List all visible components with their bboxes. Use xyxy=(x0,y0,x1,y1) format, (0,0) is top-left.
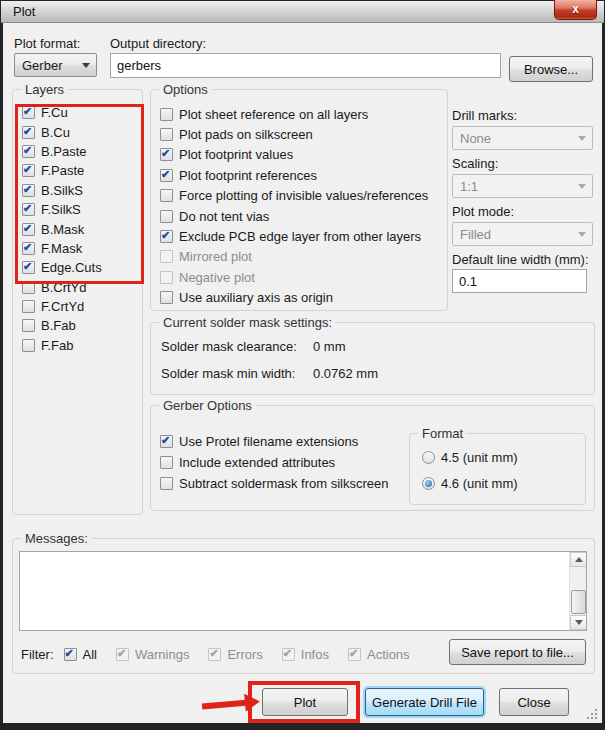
checkbox-icon[interactable] xyxy=(160,169,173,182)
layer-checkbox-row[interactable]: F.SilkS xyxy=(13,200,142,219)
option-label: Plot footprint values xyxy=(179,147,293,162)
checkbox-icon[interactable] xyxy=(22,184,35,197)
close-button[interactable]: Close xyxy=(499,688,569,716)
checkbox-icon[interactable] xyxy=(22,261,35,274)
options-group-title: Options xyxy=(159,82,212,97)
close-icon[interactable]: x xyxy=(554,0,597,20)
option-checkbox-row[interactable]: Plot pads on silkscreen xyxy=(151,124,447,144)
plot-format-label: Plot format: xyxy=(14,36,80,51)
plot-dialog-window: Plot x Plot format: Gerber Output direct… xyxy=(0,0,605,730)
chevron-down-icon xyxy=(82,63,90,68)
layers-group-title: Layers xyxy=(21,82,68,97)
resize-grip[interactable] xyxy=(586,708,597,719)
layer-checkbox-row[interactable]: F.Paste xyxy=(13,161,142,180)
checkbox-icon[interactable] xyxy=(160,435,173,448)
checkbox-icon[interactable] xyxy=(160,189,173,202)
radio-icon[interactable] xyxy=(422,477,435,490)
checkbox-icon[interactable] xyxy=(22,242,35,255)
save-report-button[interactable]: Save report to file... xyxy=(449,639,586,665)
gerber-option-label: Include extended attributes xyxy=(179,455,335,470)
layer-checkbox-row[interactable]: B.Mask xyxy=(13,219,142,238)
checkbox-icon[interactable] xyxy=(160,291,173,304)
solder-mask-group: Current solder mask settings: Solder mas… xyxy=(150,322,595,395)
layer-checkbox-row[interactable]: B.Cu xyxy=(13,122,142,141)
filter-checkbox-row[interactable]: All xyxy=(64,647,97,662)
layer-label: F.SilkS xyxy=(41,202,81,217)
format-radio-row[interactable]: 4.5 (unit mm) xyxy=(422,450,518,465)
layer-checkbox-row[interactable]: Edge.Cuts xyxy=(13,258,142,277)
checkbox-icon[interactable] xyxy=(160,148,173,161)
plot-button[interactable]: Plot xyxy=(262,688,348,716)
layer-checkbox-row[interactable]: F.CrtYd xyxy=(13,297,142,316)
output-directory-input[interactable] xyxy=(110,53,501,78)
scroll-down-icon[interactable] xyxy=(570,615,587,630)
radio-icon[interactable] xyxy=(422,451,435,464)
checkbox-icon[interactable] xyxy=(160,128,173,141)
messages-textarea[interactable] xyxy=(19,551,587,631)
option-checkbox-row[interactable]: Do not tent vias xyxy=(151,206,447,226)
layer-label: B.SilkS xyxy=(41,183,83,198)
layer-label: F.CrtYd xyxy=(41,299,84,314)
checkbox-icon[interactable] xyxy=(22,319,35,332)
option-label: Use auxiliary axis as origin xyxy=(179,290,333,305)
layer-checkbox-row[interactable]: F.Mask xyxy=(13,239,142,258)
option-checkbox-row[interactable]: Force plotting of invisible values/refer… xyxy=(151,186,447,206)
format-group-title: Format xyxy=(418,426,467,441)
scrollbar-thumb[interactable] xyxy=(571,590,586,614)
layer-checkbox-row[interactable]: F.Fab xyxy=(13,336,142,355)
generate-drill-file-button[interactable]: Generate Drill File xyxy=(365,688,484,716)
checkbox-icon[interactable] xyxy=(22,203,35,216)
checkbox-icon[interactable] xyxy=(22,164,35,177)
layer-checkbox-row[interactable]: B.SilkS xyxy=(13,181,142,200)
checkbox-icon[interactable] xyxy=(22,145,35,158)
option-checkbox-row[interactable]: Exclude PCB edge layer from other layers xyxy=(151,226,447,246)
option-checkbox-row: Mirrored plot xyxy=(151,247,447,267)
option-checkbox-row[interactable]: Plot sheet reference on all layers xyxy=(151,104,447,124)
checkbox-icon[interactable] xyxy=(282,648,295,661)
scroll-up-icon[interactable] xyxy=(570,552,587,567)
title-bar[interactable]: Plot xyxy=(1,1,604,23)
option-checkbox-row[interactable]: Plot footprint values xyxy=(151,145,447,165)
checkbox-icon[interactable] xyxy=(208,648,221,661)
checkbox-icon[interactable] xyxy=(160,477,173,490)
checkbox-icon[interactable] xyxy=(348,648,361,661)
plot-mode-value: Filled xyxy=(460,227,491,242)
checkbox-icon[interactable] xyxy=(160,250,173,263)
layer-label: B.CrtYd xyxy=(41,280,87,295)
checkbox-icon[interactable] xyxy=(22,300,35,313)
filter-checkboxes: All Warnings Errors Infos Action xyxy=(64,647,429,662)
option-checkbox-row[interactable]: Use auxiliary axis as origin xyxy=(151,288,447,308)
format-radio-row[interactable]: 4.6 (unit mm) xyxy=(422,476,518,491)
output-directory-label: Output directory: xyxy=(110,36,206,51)
filter-checkbox-row: Actions xyxy=(348,647,410,662)
line-width-input[interactable] xyxy=(452,269,587,293)
checkbox-icon[interactable] xyxy=(116,648,129,661)
layer-label: F.Fab xyxy=(41,338,74,353)
checkbox-icon[interactable] xyxy=(160,230,173,243)
checkbox-icon[interactable] xyxy=(64,648,77,661)
plot-format-select[interactable]: Gerber xyxy=(14,53,97,77)
checkbox-icon[interactable] xyxy=(160,108,173,121)
checkbox-icon[interactable] xyxy=(22,339,35,352)
messages-scrollbar[interactable] xyxy=(569,552,586,630)
checkbox-icon[interactable] xyxy=(22,126,35,139)
layer-checkbox-row[interactable]: B.Fab xyxy=(13,316,142,335)
layer-checkbox-row[interactable]: B.CrtYd xyxy=(13,278,142,297)
checkbox-icon[interactable] xyxy=(160,271,173,284)
solder-clearance-label: Solder mask clearance: xyxy=(161,339,297,354)
browse-button[interactable]: Browse... xyxy=(509,56,593,82)
window-title: Plot xyxy=(13,4,35,19)
option-label: Plot pads on silkscreen xyxy=(179,127,313,142)
checkbox-icon[interactable] xyxy=(160,210,173,223)
option-label: Negative plot xyxy=(179,270,255,285)
layer-label: B.Fab xyxy=(41,318,76,333)
option-label: Plot footprint references xyxy=(179,168,317,183)
option-checkbox-row[interactable]: Plot footprint references xyxy=(151,165,447,185)
layer-checkbox-row[interactable]: F.Cu xyxy=(13,103,142,122)
checkbox-icon[interactable] xyxy=(22,106,35,119)
option-label: Do not tent vias xyxy=(179,209,269,224)
checkbox-icon[interactable] xyxy=(22,281,35,294)
checkbox-icon[interactable] xyxy=(22,223,35,236)
checkbox-icon[interactable] xyxy=(160,456,173,469)
layer-checkbox-row[interactable]: B.Paste xyxy=(13,142,142,161)
